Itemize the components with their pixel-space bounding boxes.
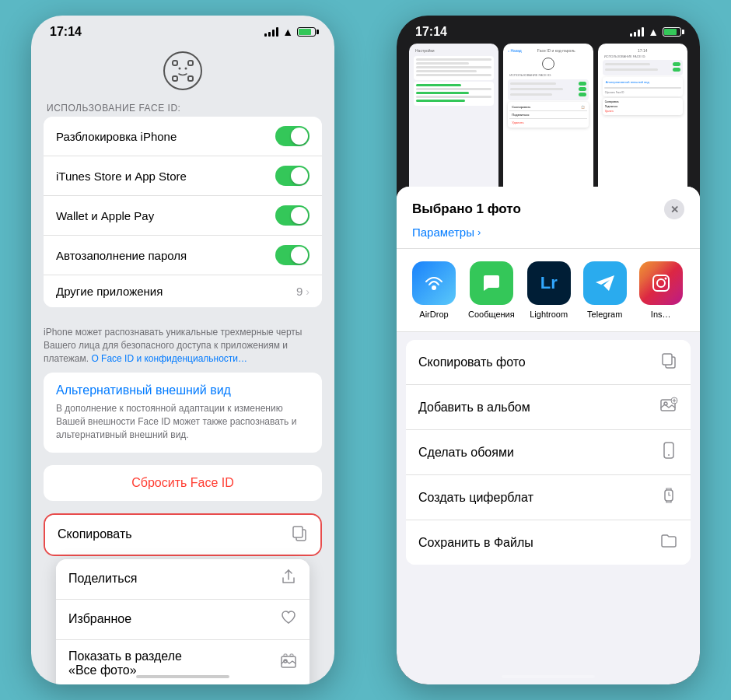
reset-section[interactable]: Сбросить Face ID	[44, 465, 322, 501]
params-chevron-icon: ›	[477, 226, 481, 238]
add-album-label: Добавить в альбом	[418, 401, 530, 415]
setting-label-autofill: Автозаполнение пароля	[56, 249, 187, 262]
copy-icon	[291, 524, 308, 545]
battery-fill-dark	[664, 29, 677, 35]
svg-rect-1	[188, 61, 193, 65]
share-close-button[interactable]: ✕	[664, 199, 684, 219]
phone-icon	[659, 441, 678, 464]
bar3d	[638, 30, 640, 37]
alt-view-section: Альтернативный внешний вид В дополнение …	[44, 373, 322, 452]
show-label: Показать в разделе«Все фото»	[68, 649, 182, 677]
copy-label: Скопировать	[58, 527, 132, 541]
alt-view-desc: В дополнение к постоянной адаптации к из…	[56, 402, 310, 441]
screenshots-background: Настройки ‹ Н	[397, 44, 700, 199]
setting-item-other-apps[interactable]: Другие приложения 9 ›	[44, 275, 322, 307]
share-icon	[280, 569, 297, 590]
folder-icon	[659, 531, 678, 554]
time-left: 17:14	[50, 25, 82, 39]
svg-rect-2	[173, 76, 177, 81]
messages-svg	[479, 271, 504, 296]
info-link[interactable]: О Face ID и конфиденциальности…	[91, 353, 247, 364]
phone-left: 17:14 ▲	[0, 0, 366, 700]
toggle-itunes[interactable]	[275, 166, 310, 186]
context-item-copy[interactable]: Скопировать	[45, 515, 320, 555]
share-sheet: Выбрано 1 фото ✕ Параметры ›	[397, 187, 700, 684]
bar2d	[634, 32, 636, 37]
save-files-label: Сохранить в Файлы	[418, 536, 533, 550]
face-id-section-header: ИСПОЛЬЗОВАНИЕ FACE ID:	[31, 98, 334, 117]
reset-label[interactable]: Сбросить Face ID	[131, 476, 234, 489]
params-label: Параметры	[412, 226, 474, 239]
status-bar-right: 17:14 ▲	[397, 16, 700, 44]
context-item-share[interactable]: Поделиться	[56, 559, 310, 600]
svg-rect-0	[173, 61, 177, 65]
app-icon-messages[interactable]: Сообщения	[468, 261, 515, 319]
share-params[interactable]: Параметры ›	[412, 226, 684, 239]
context-item-favorite[interactable]: Избранное	[56, 600, 310, 640]
messages-label: Сообщения	[468, 310, 515, 319]
status-icons-right: ▲	[630, 26, 681, 38]
action-copy-photo[interactable]: Скопировать фото	[406, 340, 691, 385]
copy-photo-label: Скопировать фото	[418, 355, 526, 369]
action-wallpaper[interactable]: Сделать обоями	[406, 430, 691, 475]
action-add-album[interactable]: Добавить в альбом	[406, 385, 691, 430]
alt-view-title[interactable]: Альтернативный внешний вид	[56, 383, 310, 397]
setting-item-itunes[interactable]: iTunes Store и App Store	[44, 156, 322, 196]
svg-rect-17	[663, 354, 672, 365]
app-icons-row: AirDrop Сообщения Lr Lightroom	[397, 249, 700, 332]
screenshot-thumb-2: ‹ Назад Face ID и код-пароль ИСПОЛЬЗОВАН…	[503, 44, 593, 199]
phone-right: 17:14 ▲ Настройки	[366, 0, 731, 700]
svg-point-12	[432, 285, 436, 290]
bar1	[264, 33, 267, 37]
instagram-svg	[649, 271, 673, 296]
app-icon-telegram[interactable]: Telegram	[583, 261, 627, 319]
phone-screen-right: 17:14 ▲ Настройки	[397, 16, 700, 684]
share-title-row: Выбрано 1 фото ✕	[412, 199, 684, 219]
airdrop-svg	[421, 271, 446, 296]
time-right: 17:14	[415, 25, 447, 39]
context-menu-wrapper: Скопировать Поделиться	[44, 513, 322, 684]
heart-icon	[280, 609, 297, 630]
telegram-svg	[593, 271, 617, 296]
face-id-svg	[171, 59, 194, 82]
toggle-unlock[interactable]	[275, 126, 310, 146]
signal-icon-dark	[630, 27, 644, 37]
setting-item-wallet[interactable]: Wallet и Apple Pay	[44, 196, 322, 236]
messages-icon	[470, 261, 513, 305]
bar1d	[630, 33, 632, 37]
svg-point-15	[664, 278, 666, 280]
svg-rect-10	[290, 654, 293, 656]
action-watchface[interactable]: Создать циферблат	[406, 475, 691, 520]
chevron-right-icon: ›	[306, 285, 310, 298]
bar4d	[642, 27, 644, 37]
svg-point-14	[657, 279, 665, 287]
airdrop-icon	[412, 261, 456, 305]
airdrop-label: AirDrop	[419, 310, 448, 319]
setting-label-wallet: Wallet и Apple Pay	[56, 209, 154, 222]
svg-rect-9	[284, 654, 287, 656]
copy-photo-icon	[659, 351, 678, 373]
face-id-circle	[163, 51, 202, 90]
setting-item-autofill[interactable]: Автозаполнение пароля	[44, 236, 322, 275]
lightroom-icon: Lr	[527, 261, 571, 305]
battery-fill	[299, 29, 311, 35]
context-menu: Поделиться Избранное	[56, 559, 310, 684]
action-save-files[interactable]: Сохранить в Файлы	[406, 520, 691, 565]
svg-point-5	[185, 68, 187, 70]
toggle-wallet[interactable]	[275, 205, 310, 226]
screenshot-thumb-3: 17:14 ИСПОЛЬЗОВАНИЕ FACE ID: Альтернатив…	[598, 44, 687, 199]
context-menu-highlighted: Скопировать	[44, 513, 322, 556]
telegram-icon	[583, 261, 627, 305]
face-id-icon-area	[31, 44, 334, 98]
app-icon-instagram[interactable]: Ins…	[639, 261, 683, 319]
svg-rect-3	[188, 76, 193, 81]
setting-item-unlock[interactable]: Разблокировка iPhone	[44, 117, 322, 156]
info-text: iPhone может распознавать уникальные тре…	[31, 320, 334, 373]
bar3	[272, 30, 275, 37]
toggle-autofill[interactable]	[275, 245, 310, 265]
svg-point-22	[668, 454, 670, 456]
watch-icon	[659, 486, 678, 509]
app-icon-lightroom[interactable]: Lr Lightroom	[527, 261, 571, 319]
app-icon-airdrop[interactable]: AirDrop	[412, 261, 456, 319]
setting-label-unlock: Разблокировка iPhone	[56, 130, 177, 143]
